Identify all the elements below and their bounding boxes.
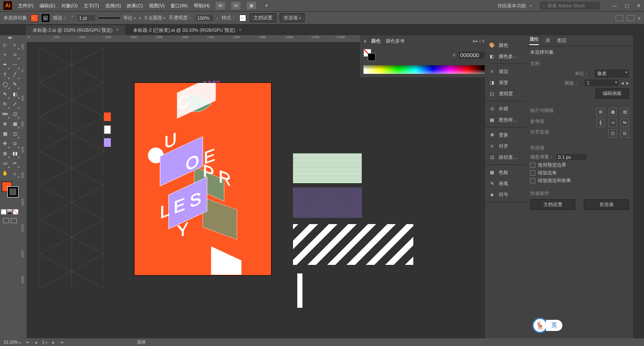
workspace-dropdown[interactable]: 传统基本功能 xyxy=(495,2,534,10)
mesh-tool[interactable]: ▦ xyxy=(0,129,10,139)
style-swatch[interactable] xyxy=(239,15,246,21)
eyedropper-tool[interactable]: ✜ xyxy=(0,139,10,149)
eraser-tool[interactable]: ◧ xyxy=(10,89,20,99)
menu-select[interactable]: 选择(S) xyxy=(105,3,121,9)
paintbrush-tool[interactable]: ✎ xyxy=(10,79,20,89)
menu-view[interactable]: 视图(V) xyxy=(149,3,165,9)
panel-color-guide[interactable]: ◧颜色参… xyxy=(485,51,526,62)
gpu-icon[interactable]: ✈ xyxy=(262,2,272,9)
width-tool[interactable]: ⋙ xyxy=(0,109,10,119)
panel-brushes[interactable]: ✎画笔 xyxy=(485,178,526,189)
stock-icon[interactable]: St xyxy=(231,2,241,9)
edit-artboard-button[interactable]: 编辑画板 xyxy=(595,88,629,99)
panel-swatches[interactable]: ▦色板 xyxy=(485,167,526,178)
first-artboard-icon[interactable]: ⇤ xyxy=(26,340,30,345)
color-tab[interactable]: 颜色 xyxy=(371,38,381,44)
color-mode-buttons[interactable] xyxy=(0,208,20,215)
panel-fill-stroke[interactable] xyxy=(363,49,375,61)
artboard-tool[interactable]: ▭ xyxy=(0,158,10,168)
panel-transform[interactable]: ✥变换 xyxy=(485,129,526,140)
menu-window[interactable]: 窗口(W) xyxy=(171,3,188,9)
blend-tool[interactable]: ⊙ xyxy=(10,139,20,149)
fill-stroke-control[interactable] xyxy=(0,181,20,198)
panel-transparency[interactable]: ◱透明度 xyxy=(485,88,526,99)
type-tool[interactable]: T xyxy=(0,70,10,79)
document-tab-1[interactable]: 未标题-2.ai @ 150% (RGB/GPU 预览)× xyxy=(26,25,125,35)
panel-stroke[interactable]: ≡描边 xyxy=(485,66,526,77)
lasso-tool[interactable]: ⊃ xyxy=(10,50,20,60)
line-tool[interactable]: ╱ xyxy=(10,70,20,79)
search-stock-input[interactable]: ⌕搜索 Adobe Stock xyxy=(540,2,600,10)
hex-input[interactable] xyxy=(459,52,485,59)
zoom-tool[interactable]: ⌕ xyxy=(10,168,20,178)
profile-dropdown[interactable]: 等比 xyxy=(123,15,136,21)
snap-toggle-icon[interactable]: ▨ xyxy=(620,108,629,116)
gradient-tool[interactable]: ◫ xyxy=(10,129,20,139)
panel-symbols[interactable]: ♣符号 xyxy=(485,189,526,200)
perspective-tool[interactable]: ▦ xyxy=(10,119,20,129)
rotate-tool[interactable]: ↻ xyxy=(0,99,10,109)
menu-edit[interactable]: 编辑(E) xyxy=(40,3,55,9)
align-icon[interactable] xyxy=(616,15,623,21)
symbol-sprayer-tool[interactable]: ⊞ xyxy=(0,149,10,158)
panel-graphic-styles[interactable]: ▦图形样… xyxy=(485,114,526,125)
stroke-weight-input[interactable] xyxy=(78,15,95,21)
menu-help[interactable]: 帮助(H) xyxy=(194,3,210,9)
rectangle-tool[interactable]: ◯ xyxy=(0,79,10,89)
prev-artboard-icon[interactable]: ◂ xyxy=(35,340,37,345)
color-spectrum[interactable] xyxy=(363,65,485,74)
guide-vis-icon[interactable]: ╫ xyxy=(596,118,605,127)
graph-tool[interactable]: ▮▮ xyxy=(10,149,20,158)
smart-guide-icon[interactable]: ⇆ xyxy=(620,118,629,127)
free-transform-tool[interactable]: ◫ xyxy=(10,109,20,119)
ime-indicator[interactable]: 🦌 英 xyxy=(532,318,562,333)
shape-builder-tool[interactable]: ⊕ xyxy=(0,119,10,129)
grid-toggle-icon[interactable]: ▦ xyxy=(608,108,617,116)
fill-swatch[interactable] xyxy=(31,14,38,22)
panel-menu-icon[interactable]: ≡ xyxy=(638,15,641,21)
prev-artboard-icon[interactable]: ◂ xyxy=(621,80,624,86)
artboard-dropdown[interactable]: 1 xyxy=(584,79,619,86)
curvature-tool[interactable]: 〰 xyxy=(10,60,20,70)
tab-close-icon[interactable]: × xyxy=(239,27,241,33)
next-artboard-icon[interactable]: ▸ xyxy=(626,80,629,86)
slice-tool[interactable]: ✂ xyxy=(10,158,20,168)
panel-gradient[interactable]: ◨渐变 xyxy=(485,77,526,88)
stroke-profile-preview[interactable] xyxy=(98,18,120,18)
bridge-icon[interactable]: Br xyxy=(216,2,225,9)
screen-mode-buttons[interactable] xyxy=(0,218,20,223)
next-artboard-icon[interactable]: ▸ xyxy=(52,340,55,345)
shaper-tool[interactable]: ✎ xyxy=(0,89,10,99)
pen-tool[interactable]: ✒ xyxy=(0,60,10,70)
menu-type[interactable]: 文字(T) xyxy=(84,3,99,9)
tab-libraries[interactable]: 库 xyxy=(546,37,550,44)
arrange-icon[interactable]: ▦ xyxy=(247,2,256,9)
menu-effect[interactable]: 效果(C) xyxy=(127,3,143,9)
key-object-icon[interactable]: ⊟ xyxy=(620,129,629,138)
menu-file[interactable]: 文件(F) xyxy=(18,3,34,9)
unit-dropdown[interactable]: 像素 xyxy=(595,70,629,78)
zoom-dropdown[interactable]: 33.33% xyxy=(3,340,21,345)
chk-preview-bounds[interactable]: 使用预览边界 xyxy=(530,162,629,168)
tab-layers[interactable]: 图层 xyxy=(557,37,567,44)
key-incr-input[interactable] xyxy=(556,154,586,160)
stroke-swatch[interactable] xyxy=(42,14,49,22)
menu-object[interactable]: 对象(O) xyxy=(61,3,78,9)
panel-appearance[interactable]: ⊙外观 xyxy=(485,103,526,114)
panel-color[interactable]: 🎨颜色 xyxy=(485,39,526,51)
transform-icon[interactable] xyxy=(627,15,635,21)
align-to-icon[interactable]: ⊡ xyxy=(608,129,617,138)
quick-doc-setup-button[interactable]: 文档设置 xyxy=(530,199,575,210)
chk-scale-strokes[interactable]: 缩放描边和效果 xyxy=(530,177,629,184)
panel-align[interactable]: ≡对齐 xyxy=(485,140,526,152)
direct-selection-tool[interactable]: ▹ xyxy=(10,40,20,50)
brush-dropdown[interactable]: 3 点圆形 xyxy=(144,15,165,21)
artboard-nav-dropdown[interactable]: 1 xyxy=(42,340,48,345)
prefs-button[interactable]: 首选项 xyxy=(280,13,305,22)
scale-tool[interactable]: ⤢ xyxy=(10,99,20,109)
canvas[interactable]: 0100200300400500600700800900100011001200… xyxy=(27,35,485,338)
selection-tool[interactable]: ▷ xyxy=(0,40,10,50)
quick-prefs-button[interactable]: 首选项 xyxy=(584,199,629,210)
maximize-icon[interactable]: ▢ xyxy=(625,3,629,9)
collapse-icon[interactable]: ▸▸ | ≡ xyxy=(473,38,485,44)
